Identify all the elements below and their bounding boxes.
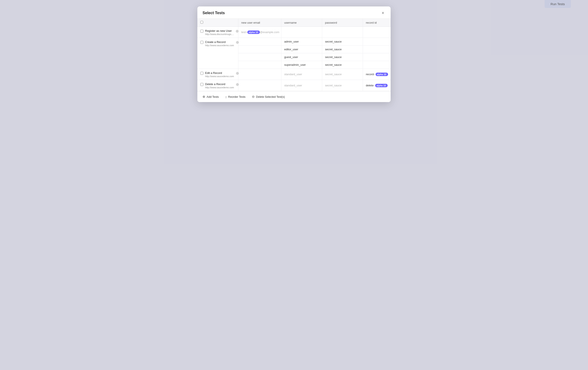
record-id-cell	[363, 53, 391, 61]
table-wrapper: new user email username password record …	[197, 19, 391, 91]
table-header-row: new user email username password record …	[197, 19, 391, 27]
record-alpha-num: 10	[384, 73, 386, 76]
run-tests-button[interactable]: Run Tests	[545, 0, 571, 8]
username-cell: standard_user	[281, 80, 322, 91]
add-row-button[interactable]: ⊕	[236, 40, 239, 44]
username-value: guest_user	[284, 55, 298, 59]
add-tests-button[interactable]: ⊕ Add Tests	[201, 94, 220, 99]
test-name-cell: Create a Record http://www.saucedemo.com…	[197, 38, 238, 69]
add-row-button[interactable]: ⊕	[236, 83, 239, 86]
record-id-cell	[363, 61, 391, 69]
plus-icon: ⊕	[236, 40, 239, 44]
password-cell: secret_sauce	[322, 38, 363, 45]
email-cell	[238, 45, 281, 53]
username-cell: admin_user	[281, 38, 322, 45]
col-header-record-id: record id	[363, 19, 391, 27]
test-url-label: http://www.saucedemo.com	[205, 75, 234, 77]
col-header-password: password	[322, 19, 363, 27]
password-value: secret_sauce	[325, 84, 342, 87]
record-alpha-text: alpha	[377, 73, 383, 76]
alpha-num: 10	[256, 31, 258, 33]
password-cell: secret_sauce	[322, 45, 363, 53]
password-cell	[322, 27, 363, 38]
test-url-label: http://www.discountmugs....	[205, 33, 234, 35]
email-cell	[238, 80, 281, 91]
reorder-tests-label: Reorder Tests	[228, 95, 245, 98]
add-row-button[interactable]: ⊕	[236, 29, 239, 33]
col-header-checkbox	[197, 19, 238, 27]
reorder-tests-button[interactable]: ↕ Reorder Tests	[224, 94, 247, 99]
reorder-tests-icon: ↕	[225, 95, 227, 99]
password-cell: secret_sauce	[322, 53, 363, 61]
record-alpha-text: alpha	[377, 84, 383, 87]
alpha-text: alpha	[249, 31, 255, 33]
password-value: secret_sauce	[325, 40, 342, 43]
test-name-cell: Register as new User http://www.discount…	[197, 27, 238, 38]
add-tests-icon: ⊕	[202, 95, 205, 99]
password-value: secret_sauce	[325, 73, 342, 76]
password-value: secret_sauce	[325, 48, 342, 51]
username-cell: standard_user	[281, 69, 322, 80]
delete-selected-button[interactable]: ⊖ Delete Selected Test(s)	[251, 94, 286, 99]
password-value: secret_sauce	[325, 55, 342, 59]
table-row: Delete a Record http://www.saucedemo.com…	[197, 80, 391, 91]
password-cell: secret_sauce	[322, 61, 363, 69]
plus-icon: ⊕	[236, 71, 239, 75]
test-name-label: Delete a Record	[205, 83, 234, 86]
username-cell: superadmin_user	[281, 61, 322, 69]
email-cell	[238, 53, 281, 61]
close-button[interactable]: ×	[380, 10, 386, 15]
test-name-cell: Delete a Record http://www.saucedemo.com…	[197, 80, 238, 91]
test-checkbox[interactable]	[200, 30, 203, 33]
add-row-button[interactable]: ⊕	[236, 71, 239, 75]
password-cell: secret_sauce	[322, 80, 363, 91]
test-checkbox[interactable]	[200, 41, 203, 44]
test-checkbox[interactable]	[200, 83, 203, 86]
select-all-checkbox[interactable]	[200, 21, 203, 24]
email-cell	[238, 61, 281, 69]
test-url-label: http://www.saucedemo.com	[205, 44, 234, 47]
plus-icon: ⊕	[236, 83, 239, 86]
table-row: Register as new User http://www.discount…	[197, 27, 391, 38]
modal-header: Select Tests ×	[197, 6, 391, 19]
record-id-cell	[363, 45, 391, 53]
test-checkbox[interactable]	[200, 72, 203, 75]
col-header-email: new user email	[238, 19, 281, 27]
test-table-body: Register as new User http://www.discount…	[197, 27, 391, 91]
test-name-cell: Edit a Record http://www.saucedemo.com ⊕	[197, 69, 238, 80]
record-alpha-num: 10	[383, 84, 386, 87]
test-name-label: Create a Record	[205, 40, 234, 44]
delete-selected-label: Delete Selected Test(s)	[256, 95, 285, 98]
email-suffix: @example.com	[260, 31, 279, 34]
col-header-username: username	[281, 19, 322, 27]
username-value: editor_user	[284, 48, 298, 51]
username-cell: editor_user	[281, 45, 322, 53]
test-name-label: Edit a Record	[205, 71, 234, 75]
username-value: superadmin_user	[284, 63, 306, 66]
modal-footer: ⊕ Add Tests ↕ Reorder Tests ⊖ Delete Sel…	[197, 91, 391, 102]
record-alpha-badge: alpha 10	[375, 84, 388, 87]
username-cell: guest_user	[281, 53, 322, 61]
record-alpha-badge: alpha 10	[376, 73, 388, 76]
add-tests-label: Add Tests	[207, 95, 219, 98]
modal-backdrop: Run Tests Select Tests × new user email …	[0, 0, 588, 370]
test-url-label: http://www.saucedemo.com	[205, 86, 234, 89]
password-value: secret_sauce	[325, 63, 342, 66]
record-id-cell: delete- alpha 10	[363, 80, 391, 91]
record-id-cell: record- alpha 10	[363, 69, 391, 80]
alpha-badge: alpha 10	[247, 31, 260, 34]
record-prefix: delete-	[366, 84, 375, 87]
table-row: Create a Record http://www.saucedemo.com…	[197, 38, 391, 45]
record-prefix: record-	[366, 73, 375, 76]
table-row: Edit a Record http://www.saucedemo.com ⊕…	[197, 69, 391, 80]
password-cell: secret_sauce	[322, 69, 363, 80]
email-cell	[238, 38, 281, 45]
modal-title: Select Tests	[202, 11, 225, 15]
plus-icon: ⊕	[236, 29, 239, 33]
tests-table: new user email username password record …	[197, 19, 391, 91]
username-value: standard_user	[284, 73, 302, 76]
record-id-cell	[363, 27, 391, 38]
test-name-label: Register as new User	[205, 29, 234, 33]
username-cell	[281, 27, 322, 38]
username-value: admin_user	[284, 40, 299, 43]
